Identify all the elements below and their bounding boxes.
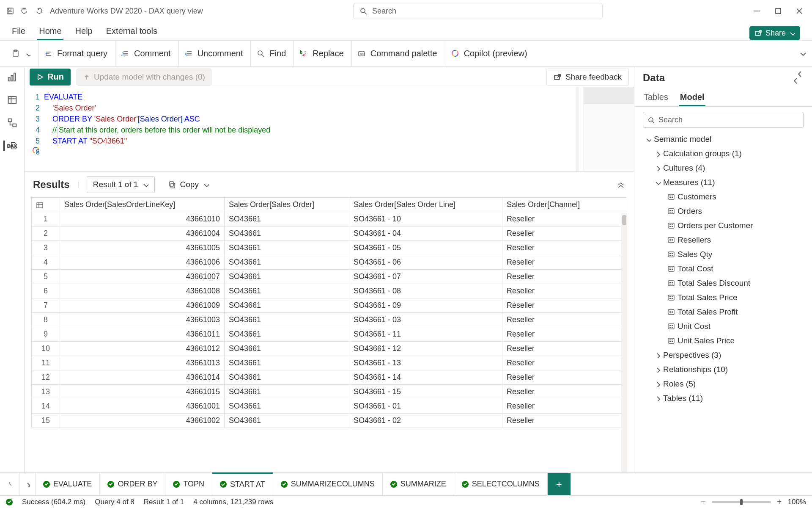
tree-measure[interactable]: Orders per Customer [637,218,808,233]
tree-group[interactable]: Cultures (4) [637,161,808,175]
copy-button[interactable]: Copy [162,176,215,193]
table-row[interactable]: 1043661012SO43661SO43661 - 12Reseller [32,342,627,356]
menu-item-help[interactable]: Help [74,25,94,40]
success-icon [462,481,469,488]
sheet-tab-selectcolumns[interactable]: SELECTCOLUMNS [454,473,548,495]
minimize-icon[interactable] [753,7,761,15]
replace-button[interactable]: Replace [294,41,349,66]
data-panel-tab-model[interactable]: Model [679,89,705,106]
tree-measure[interactable]: Total Sales Price [637,290,808,305]
table-row[interactable]: 543661007SO43661SO43661 - 07Reseller [32,270,627,284]
column-header[interactable]: Sales Order[SalesOrderLineKey] [60,198,225,212]
tree-group[interactable]: Calculation groups (1) [637,146,808,161]
data-panel-tab-tables[interactable]: Tables [643,89,669,106]
tree-group[interactable]: Roles (5) [637,377,808,391]
table-view-icon[interactable] [7,95,17,105]
sheet-tab-topn[interactable]: TOPN [165,473,212,495]
maximize-icon[interactable] [774,7,782,15]
sheet-prev-icon[interactable] [3,473,19,495]
sheet-tab-start at[interactable]: START AT [212,472,273,495]
success-icon [173,481,180,488]
sheet-next-icon[interactable] [19,473,36,495]
menu-item-home[interactable]: Home [37,25,63,40]
column-header[interactable]: Sales Order[Channel] [502,198,627,212]
table-row[interactable]: 743661009SO43661SO43661 - 09Reseller [32,298,627,313]
run-button[interactable]: Run [30,69,71,86]
dax-editor[interactable]: 123456 EVALUATE 'Sales Order' ORDER BY '… [25,87,634,172]
share-button[interactable]: Share [749,26,800,40]
sheet-tab-summarizecolumns[interactable]: SUMMARIZECOLUMNS [273,473,383,495]
tree-measure[interactable]: Total Cost [637,262,808,276]
command-palette-button[interactable]: Command palette [351,41,443,66]
paste-button[interactable] [6,41,36,66]
collapse-results-icon[interactable] [617,180,625,189]
redo-icon[interactable] [35,7,43,15]
menu-item-external-tools[interactable]: External tools [104,25,159,40]
success-icon [107,481,114,488]
table-row[interactable]: 143661010SO43661SO43661 - 10Reseller [32,212,627,226]
grid-corner[interactable] [32,198,60,212]
tree-measure[interactable]: Unit Sales Price [637,334,808,348]
add-sheet-button[interactable]: + [548,473,571,495]
results-title: Results [33,179,70,190]
comment-button[interactable]: Comment [115,41,177,66]
grid-scrollbar[interactable] [621,213,627,472]
table-row[interactable]: 643661008SO43661SO43661 - 08Reseller [32,284,627,298]
result-selector[interactable]: Result 1 of 1 [87,176,155,193]
ribbon-expand-icon[interactable] [799,50,806,57]
sheet-tab-summarize[interactable]: SUMMARIZE [383,473,454,495]
share-feedback-button[interactable]: Share feedback [546,69,629,86]
copilot-button[interactable]: Copilot (preview) [445,41,533,66]
table-row[interactable]: 243661004SO43661SO43661 - 04Reseller [32,226,627,241]
tree-group[interactable]: Measures (11) [637,175,808,190]
results-grid[interactable]: Sales Order[SalesOrderLineKey]Sales Orde… [31,197,627,428]
table-row[interactable]: 843661003SO43661SO43661 - 03Reseller [32,313,627,327]
uncomment-button[interactable]: Uncomment [178,41,249,66]
table-row[interactable]: 943661011SO43661SO43661 - 11Reseller [32,327,627,342]
column-header[interactable]: Sales Order[Sales Order Line] [349,198,502,212]
tree-measure[interactable]: Sales Qty [637,247,808,262]
table-row[interactable]: 1443661001SO43661SO43661 - 01Reseller [32,399,627,414]
tree-measure[interactable]: Unit Cost [637,319,808,334]
tree-measure[interactable]: Orders [637,204,808,218]
tree-root[interactable]: Semantic model [637,132,808,146]
find-button[interactable]: Find [250,41,292,66]
zoom-slider[interactable] [712,501,771,503]
sheet-tab-evaluate[interactable]: EVALUATE [36,473,100,495]
tree-measure[interactable]: Total Sales Discount [637,276,808,290]
search-input[interactable]: Search [353,3,603,19]
save-icon[interactable] [6,7,14,15]
table-row[interactable]: 343661005SO43661SO43661 - 05Reseller [32,241,627,255]
table-row[interactable]: 1343661015SO43661SO43661 - 15Reseller [32,385,627,399]
data-search-input[interactable]: Search [643,112,804,128]
expand-panel-icon[interactable] [797,71,804,85]
table-row[interactable]: 1243661014SO43661SO43661 - 14Reseller [32,370,627,385]
model-view-icon[interactable] [7,118,17,128]
column-header[interactable]: Sales Order[Sales Order] [224,198,349,212]
sheet-tab-order by[interactable]: ORDER BY [100,473,165,495]
tree-measure[interactable]: Customers [637,190,808,204]
tree-measure[interactable]: Total Sales Profit [637,305,808,319]
tree-group[interactable]: Perspectives (3) [637,348,808,362]
copilot-inline-icon[interactable] [32,146,39,153]
table-row[interactable]: 1543661002SO43661SO43661 - 02Reseller [32,414,627,428]
dax-view-icon[interactable]: DAX [3,141,17,151]
format-query-button[interactable]: Format query [38,41,113,66]
minimap[interactable] [583,87,634,171]
zoom-in-icon[interactable]: + [777,497,782,507]
update-model-button[interactable]: Update model with changes (0) [77,69,211,86]
table-row[interactable]: 1143661013SO43661SO43661 - 13Reseller [32,356,627,370]
svg-rect-41 [13,124,16,127]
undo-icon[interactable] [20,7,29,15]
editor-scrollbar[interactable] [576,87,579,171]
menu-item-file[interactable]: File [10,25,27,40]
tree-measure[interactable]: Resellers [637,233,808,247]
close-icon[interactable] [795,7,804,15]
table-row[interactable]: 443661006SO43661SO43661 - 06Reseller [32,255,627,270]
data-panel-title: Data [643,72,665,84]
share-label: Share [765,29,786,38]
tree-group[interactable]: Relationships (10) [637,362,808,377]
report-view-icon[interactable] [7,72,17,82]
zoom-out-icon[interactable]: − [701,497,706,507]
tree-group[interactable]: Tables (11) [637,391,808,406]
